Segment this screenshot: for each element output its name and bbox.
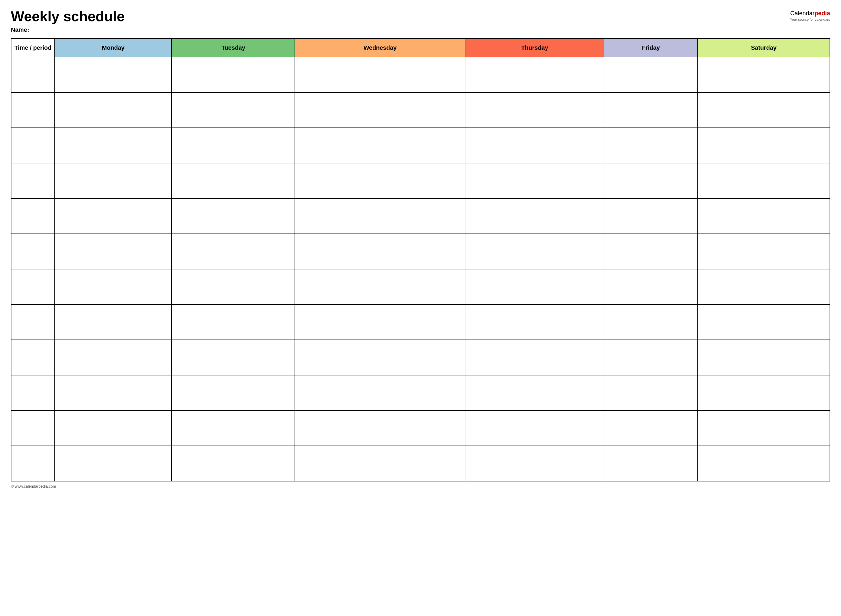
cell-friday-11[interactable] (604, 446, 698, 481)
logo-text: Calendarpedia (790, 10, 830, 17)
cell-thursday-2[interactable] (465, 128, 604, 163)
cell-friday-5[interactable] (604, 234, 698, 269)
table-row (11, 163, 830, 198)
cell-friday-1[interactable] (604, 92, 698, 128)
cell-saturday-6[interactable] (698, 269, 830, 305)
cell-tuesday-0[interactable] (172, 57, 295, 92)
cell-saturday-0[interactable] (698, 57, 830, 92)
cell-monday-5[interactable] (55, 234, 172, 269)
cell-friday-8[interactable] (604, 340, 698, 375)
cell-wednesday-1[interactable] (295, 92, 465, 128)
cell-thursday-9[interactable] (465, 375, 604, 411)
cell-monday-10[interactable] (55, 411, 172, 446)
logo-calendar: Calendar (790, 10, 815, 16)
cell-monday-6[interactable] (55, 269, 172, 305)
cell-time-1[interactable] (11, 92, 55, 128)
cell-thursday-4[interactable] (465, 198, 604, 234)
cell-saturday-7[interactable] (698, 305, 830, 340)
cell-friday-2[interactable] (604, 128, 698, 163)
cell-friday-9[interactable] (604, 375, 698, 411)
schedule-table: Time / period Monday Tuesday Wednesday T… (11, 38, 830, 481)
table-row (11, 305, 830, 340)
cell-thursday-10[interactable] (465, 411, 604, 446)
cell-thursday-11[interactable] (465, 446, 604, 481)
cell-wednesday-8[interactable] (295, 340, 465, 375)
cell-saturday-1[interactable] (698, 92, 830, 128)
cell-time-3[interactable] (11, 163, 55, 198)
cell-tuesday-10[interactable] (172, 411, 295, 446)
table-header-row: Time / period Monday Tuesday Wednesday T… (11, 39, 830, 57)
cell-wednesday-2[interactable] (295, 128, 465, 163)
cell-time-0[interactable] (11, 57, 55, 92)
cell-tuesday-5[interactable] (172, 234, 295, 269)
table-row (11, 269, 830, 305)
cell-time-4[interactable] (11, 198, 55, 234)
cell-wednesday-3[interactable] (295, 163, 465, 198)
cell-tuesday-8[interactable] (172, 340, 295, 375)
page-header: Weekly schedule Name: Calendarpedia Your… (11, 9, 830, 34)
cell-tuesday-7[interactable] (172, 305, 295, 340)
cell-friday-3[interactable] (604, 163, 698, 198)
cell-monday-1[interactable] (55, 92, 172, 128)
cell-friday-7[interactable] (604, 305, 698, 340)
cell-friday-10[interactable] (604, 411, 698, 446)
cell-tuesday-2[interactable] (172, 128, 295, 163)
cell-monday-4[interactable] (55, 198, 172, 234)
cell-saturday-3[interactable] (698, 163, 830, 198)
cell-thursday-1[interactable] (465, 92, 604, 128)
cell-tuesday-4[interactable] (172, 198, 295, 234)
cell-saturday-5[interactable] (698, 234, 830, 269)
cell-monday-11[interactable] (55, 446, 172, 481)
cell-monday-2[interactable] (55, 128, 172, 163)
logo-section: Calendarpedia Your source for calendars (790, 10, 830, 22)
cell-time-9[interactable] (11, 375, 55, 411)
table-row (11, 128, 830, 163)
cell-wednesday-6[interactable] (295, 269, 465, 305)
cell-wednesday-4[interactable] (295, 198, 465, 234)
cell-wednesday-0[interactable] (295, 57, 465, 92)
cell-time-6[interactable] (11, 269, 55, 305)
cell-wednesday-10[interactable] (295, 411, 465, 446)
cell-monday-3[interactable] (55, 163, 172, 198)
cell-saturday-9[interactable] (698, 375, 830, 411)
cell-monday-8[interactable] (55, 340, 172, 375)
cell-friday-0[interactable] (604, 57, 698, 92)
cell-thursday-6[interactable] (465, 269, 604, 305)
cell-friday-6[interactable] (604, 269, 698, 305)
cell-time-2[interactable] (11, 128, 55, 163)
cell-monday-7[interactable] (55, 305, 172, 340)
cell-saturday-2[interactable] (698, 128, 830, 163)
cell-saturday-10[interactable] (698, 411, 830, 446)
cell-thursday-8[interactable] (465, 340, 604, 375)
cell-thursday-3[interactable] (465, 163, 604, 198)
table-row (11, 411, 830, 446)
cell-wednesday-9[interactable] (295, 375, 465, 411)
cell-time-8[interactable] (11, 340, 55, 375)
cell-tuesday-9[interactable] (172, 375, 295, 411)
cell-tuesday-6[interactable] (172, 269, 295, 305)
cell-thursday-7[interactable] (465, 305, 604, 340)
cell-time-7[interactable] (11, 305, 55, 340)
col-header-friday: Friday (604, 39, 698, 57)
col-header-tuesday: Tuesday (172, 39, 295, 57)
cell-saturday-8[interactable] (698, 340, 830, 375)
cell-wednesday-11[interactable] (295, 446, 465, 481)
cell-monday-9[interactable] (55, 375, 172, 411)
cell-tuesday-11[interactable] (172, 446, 295, 481)
cell-tuesday-1[interactable] (172, 92, 295, 128)
col-header-thursday: Thursday (465, 39, 604, 57)
cell-saturday-4[interactable] (698, 198, 830, 234)
col-header-time: Time / period (11, 39, 55, 57)
cell-thursday-0[interactable] (465, 57, 604, 92)
cell-wednesday-7[interactable] (295, 305, 465, 340)
cell-time-5[interactable] (11, 234, 55, 269)
cell-thursday-5[interactable] (465, 234, 604, 269)
cell-wednesday-5[interactable] (295, 234, 465, 269)
cell-time-11[interactable] (11, 446, 55, 481)
cell-time-10[interactable] (11, 411, 55, 446)
cell-tuesday-3[interactable] (172, 163, 295, 198)
table-row (11, 198, 830, 234)
cell-monday-0[interactable] (55, 57, 172, 92)
cell-saturday-11[interactable] (698, 446, 830, 481)
cell-friday-4[interactable] (604, 198, 698, 234)
